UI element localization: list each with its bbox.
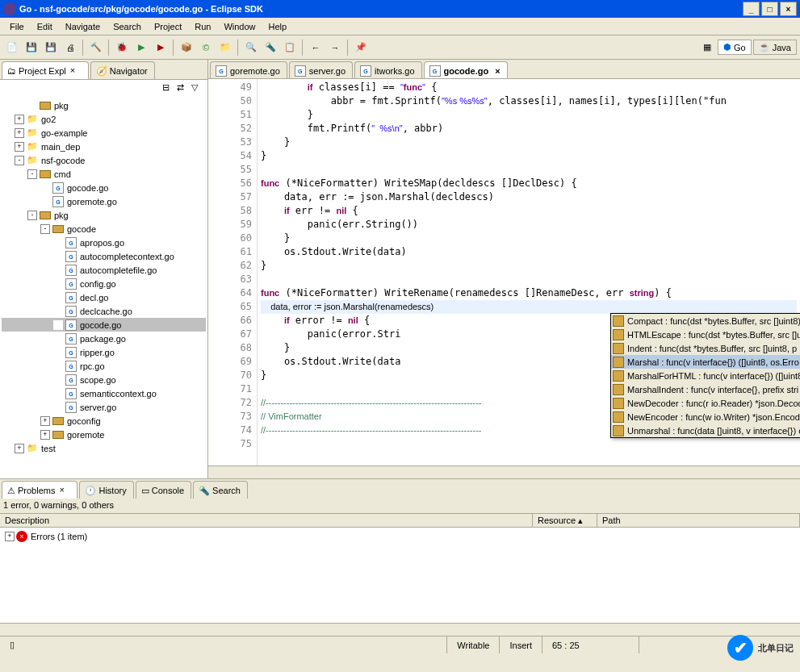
tree-node[interactable]: Gautocompletecontext.go bbox=[2, 249, 206, 263]
tree-expander-icon[interactable]: + bbox=[15, 115, 24, 124]
autocomplete-item[interactable]: HTMLEscape : func(dst *bytes.Buffer, src… bbox=[611, 328, 800, 341]
save-all-button[interactable]: 💾 bbox=[42, 39, 60, 56]
tree-expander-icon[interactable]: + bbox=[15, 142, 24, 152]
tree-node[interactable]: Gautocompletefile.go bbox=[2, 263, 206, 277]
menu-file[interactable]: File bbox=[3, 20, 31, 33]
menu-navigate[interactable]: Navigate bbox=[59, 20, 107, 33]
search-tab[interactable]: 🔦Search bbox=[193, 481, 248, 499]
autocomplete-item[interactable]: Indent : func(dst *bytes.Buffer, src []u… bbox=[611, 341, 800, 355]
menu-edit[interactable]: Edit bbox=[31, 20, 59, 33]
menu-help[interactable]: Help bbox=[262, 20, 294, 33]
tree-expander-icon[interactable]: + bbox=[40, 416, 50, 426]
tree-node[interactable]: Gripper.go bbox=[2, 345, 206, 359]
autocomplete-item[interactable]: NewEncoder : func(w io.Writer) *json.Enc… bbox=[611, 410, 800, 424]
code-editor[interactable]: 4950515253545556575859606162636465666768… bbox=[208, 79, 800, 465]
tree-node[interactable]: +📁go-example bbox=[2, 126, 206, 140]
tree-node[interactable]: Gscope.go bbox=[2, 373, 206, 386]
editor-tab[interactable]: Ggocode.go× bbox=[424, 61, 508, 78]
tree-expander-icon[interactable]: + bbox=[15, 128, 24, 138]
tree-node[interactable]: Ggocode.go bbox=[2, 181, 206, 194]
problems-tab[interactable]: ⚠Problems× bbox=[2, 481, 77, 499]
new-class-button[interactable]: © bbox=[197, 39, 215, 56]
navigator-tab[interactable]: 🧭 Navigator bbox=[90, 61, 155, 79]
close-view-icon[interactable]: × bbox=[70, 65, 82, 77]
tree-expander-icon[interactable]: - bbox=[40, 224, 50, 234]
debug-button[interactable]: 🐞 bbox=[113, 39, 131, 56]
tree-expander-icon[interactable]: - bbox=[15, 156, 24, 165]
maximize-button[interactable]: □ bbox=[761, 2, 778, 16]
open-type-button[interactable]: 🔍 bbox=[242, 39, 260, 56]
new-package-button[interactable]: 📦 bbox=[178, 39, 195, 56]
forward-button[interactable]: → bbox=[326, 39, 344, 56]
tree-node[interactable]: +goconfig bbox=[2, 414, 206, 428]
col-description[interactable]: Description bbox=[0, 514, 533, 527]
col-resource[interactable]: Resource ▴ bbox=[533, 514, 597, 527]
tree-expander-icon[interactable]: - bbox=[27, 169, 37, 179]
menu-run[interactable]: Run bbox=[188, 20, 217, 33]
editor-tab[interactable]: Gitworks.go bbox=[354, 61, 422, 78]
menu-search[interactable]: Search bbox=[107, 20, 148, 33]
menu-project[interactable]: Project bbox=[148, 20, 188, 33]
autocomplete-item[interactable]: MarshalIndent : func(v interface{}, pref… bbox=[611, 382, 800, 396]
new-button[interactable]: 📄 bbox=[3, 39, 21, 56]
history-tab[interactable]: 🕐History bbox=[79, 481, 133, 499]
tree-node[interactable]: Gsemanticcontext.go bbox=[2, 386, 206, 400]
tree-node[interactable]: Gpackage.go bbox=[2, 332, 206, 345]
tree-node[interactable]: +goremote bbox=[2, 428, 206, 441]
project-tree[interactable]: pkg+📁go2+📁go-example+📁main_dep-📁nsf-goco… bbox=[0, 97, 207, 478]
autocomplete-popup[interactable]: Compact : func(dst *bytes.Buffer, src []… bbox=[610, 313, 800, 438]
problems-h-scrollbar[interactable] bbox=[0, 623, 800, 636]
autocomplete-item[interactable]: NewDecoder : func(r io.Reader) *json.Dec… bbox=[611, 396, 800, 410]
collapse-all-icon[interactable]: ⊟ bbox=[162, 82, 175, 95]
view-menu-icon[interactable]: ▽ bbox=[191, 82, 204, 95]
back-button[interactable]: ← bbox=[307, 39, 325, 56]
search-button[interactable]: 🔦 bbox=[262, 39, 279, 56]
autocomplete-item[interactable]: Marshal : func(v interface{}) ([]uint8, … bbox=[611, 355, 800, 369]
run-button[interactable]: ▶ bbox=[132, 39, 150, 56]
tree-node[interactable]: Gserver.go bbox=[2, 400, 206, 414]
close-button[interactable]: × bbox=[780, 2, 797, 16]
minimize-button[interactable]: _ bbox=[743, 2, 760, 16]
tree-node[interactable]: pkg bbox=[2, 98, 206, 112]
editor-tab[interactable]: Gserver.go bbox=[289, 61, 353, 78]
error-group-row[interactable]: + × Errors (1 item) bbox=[2, 529, 798, 543]
status-item-icon[interactable]: ▯ bbox=[0, 637, 19, 653]
java-perspective[interactable]: ☕Java bbox=[753, 40, 797, 55]
tree-node[interactable]: +📁go2 bbox=[2, 112, 206, 126]
tree-node[interactable]: -pkg bbox=[2, 208, 206, 222]
editor-h-scrollbar[interactable] bbox=[208, 465, 800, 478]
menu-window[interactable]: Window bbox=[217, 20, 262, 33]
editor-tab[interactable]: Ggoremote.go bbox=[210, 61, 287, 78]
tree-node[interactable]: Gconfig.go bbox=[2, 277, 206, 290]
build-button[interactable]: 🔨 bbox=[87, 39, 105, 56]
tree-expander-icon[interactable]: + bbox=[40, 430, 50, 440]
open-perspective-button[interactable]: ▦ bbox=[698, 39, 716, 56]
console-tab[interactable]: ▭Console bbox=[136, 481, 191, 499]
tree-expander-icon[interactable]: + bbox=[15, 444, 24, 453]
tree-node[interactable]: -gocode bbox=[2, 222, 206, 236]
go-perspective[interactable]: ⬢Go bbox=[718, 40, 752, 55]
autocomplete-item[interactable]: Unmarshal : func(data []uint8, v interfa… bbox=[611, 424, 800, 437]
tree-node[interactable]: Gdeclcache.go bbox=[2, 304, 206, 318]
autocomplete-item[interactable]: MarshalForHTML : func(v interface{}) ([]… bbox=[611, 369, 800, 382]
tree-node[interactable]: +📁test bbox=[2, 441, 206, 455]
tree-node[interactable]: Gapropos.go bbox=[2, 236, 206, 249]
tree-node[interactable]: +📁main_dep bbox=[2, 140, 206, 153]
tree-node[interactable]: Gdecl.go bbox=[2, 290, 206, 304]
tree-node[interactable]: Ggoremote.go bbox=[2, 194, 206, 208]
link-editor-icon[interactable]: ⇄ bbox=[177, 82, 190, 95]
print-button[interactable]: 🖨 bbox=[61, 39, 79, 56]
close-tab-icon[interactable]: × bbox=[59, 485, 70, 496]
project-explorer-tab[interactable]: 🗂 Project Expl × bbox=[2, 61, 89, 79]
tree-node[interactable]: Grpc.go bbox=[2, 359, 206, 373]
tree-node[interactable]: -cmd bbox=[2, 167, 206, 181]
problems-list[interactable]: + × Errors (1 item) bbox=[0, 528, 800, 623]
task-button[interactable]: 📋 bbox=[281, 39, 299, 56]
close-tab-icon[interactable]: × bbox=[495, 66, 500, 76]
save-button[interactable]: 💾 bbox=[23, 39, 40, 56]
expand-icon[interactable]: + bbox=[5, 532, 15, 541]
ext-tools-button[interactable]: ▶ bbox=[152, 39, 170, 56]
titlebar[interactable]: Go - nsf-gocode/src/pkg/gocode/gocode.go… bbox=[0, 0, 800, 18]
tree-node[interactable]: -📁nsf-gocode bbox=[2, 153, 206, 167]
col-path[interactable]: Path bbox=[597, 514, 800, 527]
